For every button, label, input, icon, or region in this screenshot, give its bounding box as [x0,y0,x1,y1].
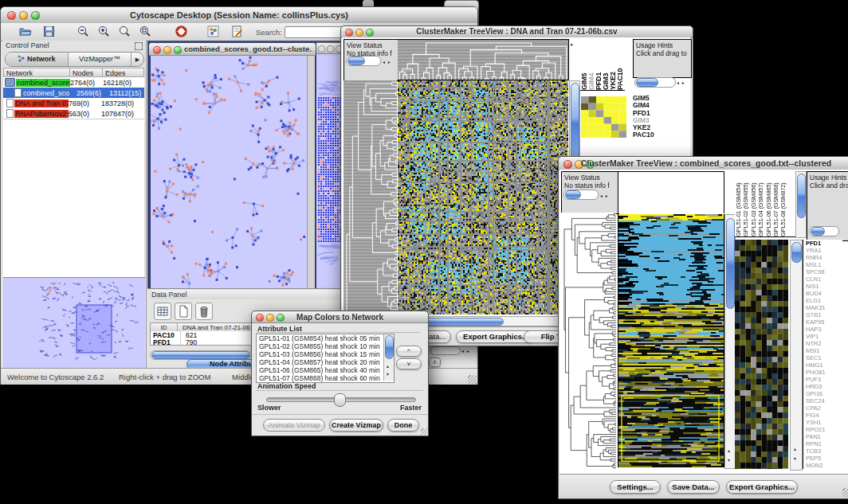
tv1-status-scrollbar[interactable] [346,56,381,66]
gene-label[interactable]: PHO81 [806,369,842,376]
gene-label[interactable]: SEC1 [806,354,842,361]
gene-label[interactable]: YRA1 [806,247,842,254]
close-icon[interactable] [153,46,161,54]
gene-label[interactable]: CPA2 [806,404,842,412]
gene-label[interactable]: YSH1 [806,419,842,426]
gene-label[interactable]: GTB1 [806,311,842,318]
gene-label[interactable]: MAK31 [806,304,842,311]
resize-grip[interactable] [421,428,427,435]
column-header-network[interactable]: Network [4,68,70,76]
gene-label[interactable]: PAN1 [806,433,842,440]
tv2-usage-scrollbar[interactable] [809,226,839,236]
gene-label[interactable]: PUF3 [806,376,842,383]
tv2-status-scrollbar[interactable] [563,189,599,200]
tv2-gene-scrollbar[interactable]: ▴ ▾ [790,240,803,471]
attribute-list-scrollbar[interactable]: ▴ ▾ [383,334,394,381]
create-vizmap-button[interactable]: Create Vizmap [329,419,383,432]
scroll-up-icon[interactable]: ▴ [728,447,731,453]
birdseye-view[interactable] [3,277,145,368]
tv2-vertical-scrollbar[interactable]: ▴ ▾ [724,214,736,469]
tv1-column-dendrogram[interactable] [398,39,569,80]
annotation-icon[interactable] [230,25,244,38]
network-list-row[interactable]: combined_sco2569(6)13112(15) [3,88,144,98]
gene-label[interactable]: SEC24 [806,397,842,404]
tv1-row-dendrogram[interactable] [344,80,397,315]
export-graphics-button[interactable]: Export Graphics... [726,480,798,494]
network-view-canvas[interactable] [151,56,307,295]
move-down-button[interactable]: v [396,358,422,369]
birdseye-canvas[interactable] [3,278,145,368]
scroll-arrows-icon[interactable]: ◂ ▸ [677,80,685,85]
tv2-row-dendrogram[interactable] [561,213,616,469]
main-title-bar[interactable]: Cytoscape Desktop (Session Name: collins… [1,7,477,24]
zoom-selected-icon[interactable] [118,25,132,38]
tv2-labels-scrollbar[interactable] [795,171,807,238]
gene-label[interactable]: CLN1 [806,275,842,283]
column-header-edges[interactable]: Edges [103,68,143,76]
scroll-down-icon[interactable]: ▾ [794,455,797,461]
scroll-arrows-icon[interactable]: ◂ ▸ [383,58,391,66]
attribute-list-item[interactable]: GPL51-07 (GSM868) heat shock 60 min [257,374,394,382]
done-button[interactable]: Done [387,419,419,432]
tab-network[interactable]: Network [6,53,69,66]
gene-label[interactable]: HMG1 [806,361,842,369]
gene-label[interactable]: PEP5 [806,455,842,462]
attribute-list-item[interactable]: GPL51-01 (GSM854) heat shock 05 min [257,334,394,342]
treeview1-title-bar[interactable]: ClusterMaker TreeView : DNA and Tran 07-… [341,26,693,38]
scroll-left-icon[interactable]: ◂ ▸ [461,348,470,354]
move-up-button[interactable]: ^ [396,346,422,357]
tv2-zoom-heatmap[interactable] [735,240,788,469]
minimize-icon[interactable] [327,45,334,53]
save-data-button[interactable]: Save Data... [667,480,720,494]
scroll-down-icon[interactable]: ▾ [387,371,390,377]
network-list-row[interactable]: RNAPuberNov2+|563(0)107847(0) [3,108,144,119]
gene-label[interactable]: RNR4 [806,254,842,261]
float-panel-icon[interactable] [135,42,143,50]
network-frame-1[interactable]: combined_scores_good.txt--cluste... [148,42,316,299]
minimize-icon[interactable] [163,46,171,54]
new-attribute-icon[interactable] [175,303,192,320]
gene-label[interactable]: MSI1 [806,347,842,354]
data-table-icon[interactable] [154,303,171,320]
zoom-fit-icon[interactable] [139,25,152,38]
slider-thumb[interactable] [334,393,346,407]
scroll-arrows-icon[interactable]: ◂ ▸ [600,192,609,200]
gene-label[interactable]: KAP95 [806,318,842,326]
edge-attribute-browser-button-fragment[interactable]: r [429,357,441,367]
gene-label[interactable]: SPC98 [806,268,842,275]
tab-overflow-button[interactable]: ▶ [131,53,143,66]
gene-label[interactable]: RPO21 [806,426,842,433]
settings-button[interactable]: Settings... [610,480,661,494]
gene-label[interactable]: BUD4 [806,290,842,297]
fragment-horizontal-scrollbar[interactable] [430,346,461,355]
help-icon[interactable] [175,25,188,38]
tab-vizmapper[interactable]: VizMapper™ [69,53,131,66]
network-overview-icon[interactable] [206,25,220,38]
gene-label[interactable]: NTR2 [806,340,842,347]
gene-label[interactable]: NIS1 [806,283,842,290]
resize-grip[interactable] [842,488,848,497]
zoom-out-icon[interactable] [77,25,90,38]
gene-label[interactable]: TCB3 [806,447,842,455]
scroll-down-icon[interactable]: ▾ [728,457,731,463]
delete-attribute-icon[interactable] [195,303,213,320]
attribute-list-item[interactable]: GPL51-03 (GSM856) heat shock 15 min [257,350,394,358]
gene-label[interactable]: RPN1 [806,440,842,447]
network-list-row[interactable]: combined_scores2764(0)16218(0) [3,77,144,88]
gene-label[interactable]: HAP3 [806,326,842,333]
close-icon[interactable] [318,45,325,53]
gene-label[interactable]: MON2 [806,462,842,469]
animate-vizmap-button[interactable]: Animate Vizmap [263,419,325,432]
network-vertical-scrollbar[interactable] [307,56,315,295]
zoom-in-icon[interactable] [97,25,111,38]
tv1-usage-scrollbar[interactable] [634,77,676,88]
zoom-window-icon[interactable] [174,46,182,54]
network-list-row[interactable]: DNA and Tran 07769(0)183728(0) [3,98,144,108]
column-header-id[interactable]: ID [151,323,178,331]
map-dialog-title-bar[interactable]: Map Colors to Network [252,311,428,323]
save-session-icon[interactable] [42,25,56,38]
gene-label[interactable]: PFD1 [806,240,842,247]
column-header-nodes[interactable]: Nodes [70,68,103,76]
open-session-icon[interactable] [18,25,32,38]
gene-label[interactable]: GPI16 [806,390,842,397]
